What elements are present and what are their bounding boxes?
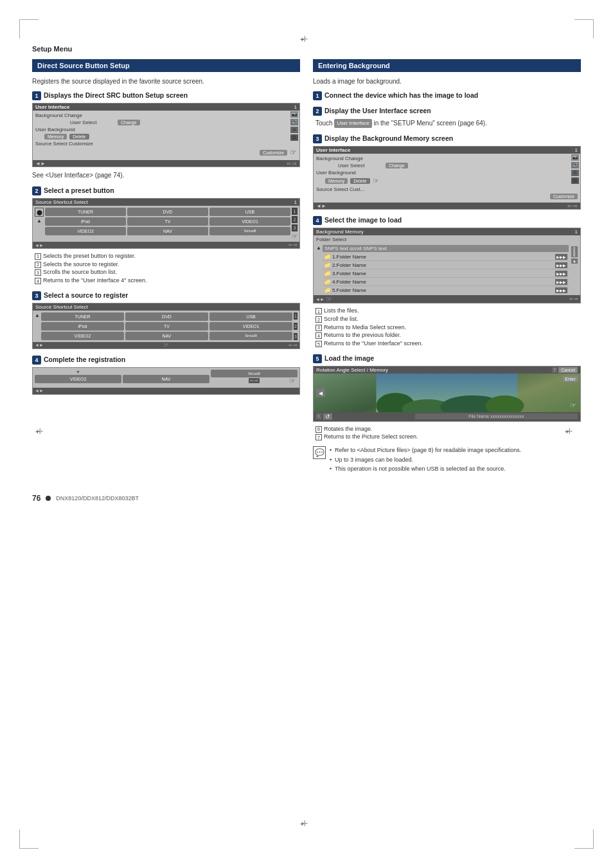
change-button-2[interactable]: Change xyxy=(386,163,408,168)
ss-circle-btn[interactable]: ⬤ xyxy=(35,208,44,217)
ss2-nav-btn[interactable]: NAV xyxy=(125,332,208,340)
right-step-4-title: 4 Select the image to load xyxy=(313,216,581,225)
note-icon: 💬 xyxy=(313,446,326,459)
right-step-5: 5 Load the image Rotation Angle Select /… xyxy=(313,354,581,475)
right-column: Entering Background Loads a image for ba… xyxy=(313,59,581,481)
crosshair-bottom: + xyxy=(300,820,313,833)
footer-arrow-right-bg: ⇦ ⇨ xyxy=(567,203,578,209)
ss-usb-btn[interactable]: USB xyxy=(209,208,290,216)
r-caption-item-4: 4 Returns to the previous folder. xyxy=(315,332,581,339)
ss2-tuner-btn[interactable]: TUNER xyxy=(41,312,124,321)
change-button[interactable]: Change xyxy=(118,120,140,125)
bm-folder-list: SNPS text scroll SNPS text 📁 1.Folder Na… xyxy=(323,245,569,294)
complete-sirius-btn[interactable]: SiriusB xyxy=(211,370,298,377)
complete-video2-btn[interactable]: VIDEO2 xyxy=(35,375,121,383)
source-select-row-2: Source Select Cust... xyxy=(316,186,578,192)
ss-tuner-btn[interactable]: TUNER xyxy=(45,208,126,216)
folder-load-btn-2[interactable]: ▶▶▶ xyxy=(555,262,567,268)
ss-nav-btn[interactable]: NAV xyxy=(127,227,208,235)
bm-folder-row-4[interactable]: 📁 4.Folder Name ▶▶▶ xyxy=(323,278,569,286)
right-step-3: 3 Display the Background Memory screen U… xyxy=(313,134,581,210)
see-note-1: See <User Interface> (page 74). xyxy=(32,171,300,180)
bm-folder-row-1[interactable]: 📁 1.Folder Name ▶▶▶ xyxy=(323,253,569,261)
page-number: 76 xyxy=(32,494,40,503)
folder-load-btn-3[interactable]: ▶▶▶ xyxy=(555,271,567,276)
hand-cursor-bg: ☞ xyxy=(373,177,379,185)
ra-cancel-button[interactable]: Cancel xyxy=(558,367,578,373)
user-interface-screen-1: User Interface 1 Background Change User … xyxy=(32,103,300,167)
bg-change-label: Background Change xyxy=(35,113,82,118)
complete-nav-btn[interactable]: NAV xyxy=(123,375,209,383)
r-cap-num-4: 4 xyxy=(315,332,322,339)
bg-change-label-2: Background Change xyxy=(316,156,363,161)
right-section-desc: Loads a image for background. xyxy=(313,77,581,86)
right-step-4-num: 4 xyxy=(313,216,322,225)
bm-folder-select-row: Folder Select xyxy=(314,235,580,244)
delete-button-2[interactable]: Delete xyxy=(350,178,369,184)
ss2-usb-btn[interactable]: USB xyxy=(209,312,292,321)
ss2-video2-btn[interactable]: VIDEO2 xyxy=(41,332,124,340)
bm-right-icon-up[interactable]: ▲ xyxy=(571,258,578,264)
folder-load-btn-1[interactable]: ▶▶▶ xyxy=(555,254,567,260)
memory-button[interactable]: Memory xyxy=(44,134,67,140)
ss-dvd-btn[interactable]: DVD xyxy=(127,208,208,216)
bm-folder-row-2[interactable]: 📁 2.Folder Name ▶▶▶ xyxy=(323,261,569,269)
right-step-4: 4 Select the image to load Background Me… xyxy=(313,216,581,347)
left-step-1-title: 1 Displays the Direct SRC button Setup s… xyxy=(32,91,300,100)
bm-right-icon-mode[interactable]: mode xyxy=(571,246,578,257)
ss2-ipod-btn[interactable]: iPod xyxy=(41,322,124,330)
folder-name-2: 2.Folder Name xyxy=(332,262,554,268)
r5-caption-item-6: 6 Rotates the image. xyxy=(315,426,581,433)
touch-ui-label[interactable]: User Interface xyxy=(334,119,371,128)
memory-button-2[interactable]: Memory xyxy=(325,178,348,184)
ss2-sirius-btn[interactable]: SiriusB xyxy=(209,332,292,340)
left-step-3-text: Select a source to register xyxy=(44,291,128,300)
bm-page: 1 xyxy=(575,229,578,235)
bm-nav-left: ◄► xyxy=(315,297,324,302)
bg-change-row-2: Background Change xyxy=(316,156,578,161)
ss-num-3: 3 xyxy=(292,224,298,231)
left-column: Direct Source Button Setup Registers the… xyxy=(32,59,300,481)
bm-folder-row-3[interactable]: 📁 3.Folder Name ▶▶▶ xyxy=(323,269,569,278)
ss-video1-btn[interactable]: VIDEO1 xyxy=(209,217,290,226)
caption-item-1: 1 Selects the preset button to register. xyxy=(35,253,300,260)
bm-title: Background Memory xyxy=(316,229,364,235)
folder-name-5: 5.Folder Name xyxy=(332,287,554,293)
note-line-3: This operation is not possible when USB … xyxy=(330,465,521,473)
ss-video2-btn[interactable]: VIDEO2 xyxy=(45,227,126,235)
ss-row-2b: iPod TV VIDEO1 xyxy=(41,322,292,330)
screen-titlebar-bg: User Interface 1 xyxy=(314,147,580,154)
screen-page-num-1: 1 xyxy=(294,104,297,110)
hand-cursor-complete: ☞ xyxy=(289,377,296,384)
ss-ipod-btn[interactable]: iPod xyxy=(45,217,126,226)
ss-arrow-up[interactable]: ▲ xyxy=(37,218,42,224)
ss-grid-area-2: TUNER DVD USB iPod TV VIDEO1 VIDEO2 xyxy=(41,312,292,340)
ss2-tv-btn[interactable]: TV xyxy=(125,322,208,330)
folder-load-btn-5[interactable]: ▶▶▶ xyxy=(555,287,567,293)
folder-load-btn-4[interactable]: ▶▶▶ xyxy=(555,279,567,285)
source-shortcut-screen-2: Source Shortcut Select ▲ TUNER DVD USB xyxy=(32,303,300,349)
ra-enter-button[interactable]: Enter xyxy=(563,376,578,382)
ss2-video1-btn[interactable]: VIDEO1 xyxy=(209,322,292,330)
ra-rotate-btn[interactable]: ↺ xyxy=(323,413,332,420)
bm-nav-up[interactable]: ▲ xyxy=(316,245,321,251)
ss-right-nums-2: 1 2 3 xyxy=(294,312,298,340)
screen-inner-bg: Background Change User Select Change Use… xyxy=(314,154,580,203)
ss-row-1: TUNER DVD USB xyxy=(45,208,290,216)
note-content: Refer to <About Picture files> (page 8) … xyxy=(330,446,521,475)
right-step-5-num: 5 xyxy=(313,354,322,363)
ss2-dvd-btn[interactable]: DVD xyxy=(125,312,208,321)
right-section-header: Entering Background xyxy=(313,59,581,72)
ss-tv-btn[interactable]: TV xyxy=(127,217,208,226)
ss-sirius-btn[interactable]: SiriusB xyxy=(209,227,290,235)
customize-button[interactable]: Customize xyxy=(260,150,287,156)
r-cap-text-4: Returns to the previous folder. xyxy=(324,332,401,339)
side-icon-bg-b: 🔊 xyxy=(571,162,579,168)
r-caption-item-1: 1 Lists the files. xyxy=(315,307,581,315)
ss-arrow-up-2[interactable]: ▲ xyxy=(35,312,40,318)
ss2-num-2: 2 xyxy=(294,323,298,330)
delete-button-1[interactable]: Delete xyxy=(69,134,89,140)
bm-folder-row-5[interactable]: 📁 5.Folder Name ▶▶▶ xyxy=(323,286,569,294)
hand-cursor-ra: ☞ xyxy=(570,401,576,409)
customize-button-2[interactable]: Customize xyxy=(550,194,578,199)
